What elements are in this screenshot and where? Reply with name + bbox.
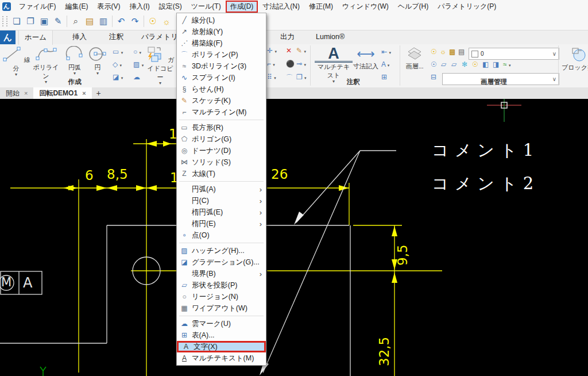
lightbulb-icon[interactable]: ☉ <box>146 15 160 28</box>
layer-on-icon[interactable]: ☉ <box>431 48 437 56</box>
menu-project-geometry[interactable]: ▱ 形状を投影(P) <box>177 279 266 291</box>
layer-unlock-icon[interactable]: ◨ <box>493 60 499 68</box>
print-icon[interactable]: ▤ <box>83 15 96 28</box>
menu-rectangle[interactable]: ▭ 長方形(R) <box>177 122 266 133</box>
tab-insert[interactable]: 挿入 <box>67 30 92 44</box>
menu-dimension[interactable]: 寸法記入(N) <box>258 1 304 13</box>
new-document-tab-button[interactable]: + <box>92 87 106 99</box>
layer-combobox[interactable]: 0 ∨ <box>469 48 559 60</box>
menu-settings[interactable]: 設定(S) <box>154 1 187 13</box>
menu-parametric[interactable]: パラメトリック(P) <box>433 1 501 13</box>
menu-insert[interactable]: 挿入(I) <box>125 1 154 13</box>
app-logo-icon[interactable]: ん <box>0 30 16 44</box>
layer-lock2-icon[interactable]: ◧ <box>482 60 489 68</box>
layer-plot-icon[interactable]: ▤ <box>458 48 465 56</box>
menu-polygon[interactable]: ⬠ ポリゴン(G) <box>177 133 266 145</box>
sun-icon[interactable]: ☼ <box>160 15 173 28</box>
menu-trace[interactable]: Z 太線(T) <box>177 168 266 179</box>
layer-settings-icon[interactable]: ⊟ <box>431 73 436 81</box>
menu-gradient[interactable]: ◪ グラデーション(G)... <box>177 256 266 268</box>
menu-helix[interactable]: § らせん(H) <box>177 83 266 95</box>
tab-output[interactable]: 出力 <box>274 30 300 44</box>
tab-annotate[interactable]: 注釈 <box>103 30 129 44</box>
menu-xline[interactable]: ⋰ 構築線(F) <box>177 37 266 49</box>
rectangle-tool-icon[interactable]: ▭ ▾ <box>113 48 123 56</box>
menu-sketch[interactable]: ✎ スケッチ(K) <box>177 95 266 106</box>
drawing-area[interactable]: 6 8,5 26 1 1 9,5 32,5 コメント1 コメント2 M A <box>0 99 588 376</box>
line-button[interactable]: 線分▾ <box>1 46 31 76</box>
layer-explorer-button[interactable]: 画層... <box>402 46 427 71</box>
edit-tool-icon[interactable]: ✎ ▾ <box>296 47 306 55</box>
menu-ray[interactable]: ↗ 放射線(Y) <box>177 26 266 37</box>
menu-region[interactable]: ○ リージョン(N) <box>177 291 266 302</box>
text-style-icon[interactable]: A ▾ <box>381 60 389 68</box>
close-tab-icon[interactable]: × <box>24 90 28 97</box>
layer-thaw-icon[interactable]: ☼ <box>440 48 446 56</box>
menu-tools[interactable]: ツール(T) <box>187 1 226 13</box>
print-preview-icon[interactable]: ⌕ <box>69 15 83 28</box>
menu-revision-cloud[interactable]: ☁ 雲マーク(U) <box>177 318 266 329</box>
menu-modify[interactable]: 修正(M) <box>304 1 338 13</box>
ellipse-tool-icon[interactable]: ◇ ▾ <box>113 60 122 68</box>
layer-lock-icon[interactable]: ▩ <box>449 48 455 56</box>
menu-polyline[interactable]: ⌒ ポリライン(P) <box>177 49 266 60</box>
menu-donut[interactable]: ◎ ドーナツ(D) <box>177 145 266 156</box>
save-icon[interactable]: ▣ <box>37 15 51 28</box>
menu-3d-polyline[interactable]: ≈ 3Dポリライン(3) <box>177 60 266 72</box>
menu-view[interactable]: 表示(V) <box>92 1 125 13</box>
block-insert-button[interactable]: ブロック挿入 <box>562 46 588 72</box>
menu-point[interactable]: ∘ 点(O) <box>177 229 266 241</box>
publish-icon[interactable]: ▥ <box>96 15 110 28</box>
menu-table[interactable]: ⊞ 表(A)... <box>177 329 266 341</box>
lengthen-tool-icon[interactable]: ⊸ ▾ <box>296 60 306 68</box>
new-file-icon[interactable]: ❏ <box>10 15 24 28</box>
menu-draw[interactable]: 作成(D) <box>226 1 258 13</box>
app-logo-icon[interactable]: ん <box>2 2 11 11</box>
menu-multiline[interactable]: ⌐ マルチライン(M) <box>177 106 266 118</box>
menu-mtext[interactable]: A マルチテキスト(M) <box>177 352 266 364</box>
menu-text[interactable]: A 文字(X) <box>177 341 266 352</box>
tab-home[interactable]: ホーム <box>18 30 53 45</box>
arc-button[interactable]: 円弧▾ <box>62 46 87 75</box>
array-tool-icon[interactable]: ⠿ ▾ <box>267 73 276 81</box>
menu-hatch[interactable]: ▨ ハッチング(H)... <box>177 245 266 256</box>
layer-off-icon[interactable]: ☉ <box>431 60 437 68</box>
chamfer-tool-icon[interactable]: ⌐ ▾ <box>267 60 275 68</box>
tab-start[interactable]: 開始× <box>0 87 33 99</box>
redo-icon[interactable]: ↷ <box>128 15 142 28</box>
menu-boundary[interactable]: 境界(B) <box>177 268 266 279</box>
ring-tool-icon[interactable]: ○ ▾ <box>133 48 141 56</box>
delete-tool-icon[interactable]: ✕ <box>286 47 292 55</box>
menu-wipeout[interactable]: ▦ ワイプアウト(W) <box>177 302 266 314</box>
menu-line[interactable]: ╱ 線分(L) <box>177 14 266 26</box>
menu-edit[interactable]: 編集(E) <box>60 1 92 13</box>
undo-icon[interactable]: ↶ <box>114 15 128 28</box>
open-file-icon[interactable]: ❐ <box>24 15 37 28</box>
menu-file[interactable]: ファイル(F) <box>14 1 60 13</box>
menu-spline[interactable]: ∿ スプライン(I) <box>177 72 266 83</box>
menu-arc[interactable]: 円弧(A) <box>177 183 266 195</box>
menu-window[interactable]: ウィンドウ(W) <box>338 1 393 13</box>
menu-elliptical-arc[interactable]: 楕円弧(E) <box>177 206 266 218</box>
fillet-tool-icon[interactable]: ⌒ <box>286 73 293 83</box>
copy-tool-icon[interactable]: ❐ ▾ <box>296 73 307 81</box>
dimension-button[interactable]: ⟷ 寸法記入 <box>351 46 380 71</box>
layer-state-icon[interactable]: ≈ ▾ <box>503 60 510 68</box>
layer-isolate-icon[interactable]: ▱ <box>441 60 446 68</box>
tab-kaiten-demo1[interactable]: 回転DEMO1× <box>33 87 91 99</box>
gradient-tool-icon[interactable]: ◪ ▾ <box>113 73 123 81</box>
tab-lumion[interactable]: Lumion® <box>310 30 350 44</box>
close-tab-icon[interactable]: × <box>82 90 86 97</box>
layer-freeze-icon[interactable]: ✻ <box>462 60 467 68</box>
explode-tool-icon[interactable]: ⚫ <box>286 60 295 68</box>
dim-style-icon[interactable]: ⇤ ▾ <box>381 48 391 56</box>
toolbar-grip[interactable] <box>2 16 7 26</box>
guide-copy-button[interactable]: ガイドコピー▾ <box>145 46 176 85</box>
menu-solid[interactable]: ⋈ ソリッド(S) <box>177 156 266 168</box>
layer-thaw2-icon[interactable]: ☉ <box>472 60 478 68</box>
circle-button[interactable]: 円▾ <box>87 46 108 75</box>
layer-unisolate-icon[interactable]: ▱ <box>451 60 457 68</box>
menu-circle[interactable]: 円(C) <box>177 195 266 206</box>
menu-ellipse[interactable]: 楕円(E) <box>177 218 266 229</box>
move-tool-icon[interactable]: ✛ ▾ <box>267 47 277 55</box>
